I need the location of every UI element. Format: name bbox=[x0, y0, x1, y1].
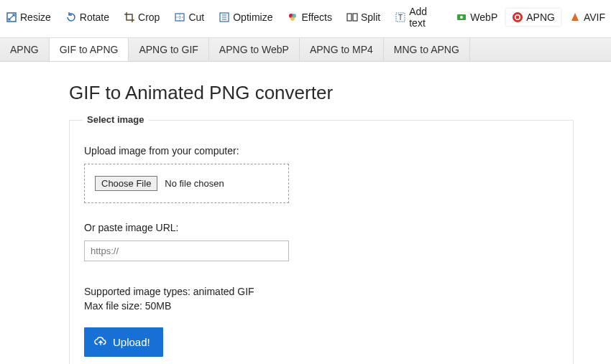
upload-label: Upload image from your computer: bbox=[84, 145, 559, 157]
tool-label: Crop bbox=[138, 11, 160, 23]
rotate-icon bbox=[65, 11, 77, 23]
file-status-text: No file chosen bbox=[165, 178, 224, 189]
sub-nav: APNG GIF to APNG APNG to GIF APNG to Web… bbox=[0, 37, 611, 62]
tool-label: AVIF bbox=[584, 11, 605, 23]
tab-mng-to-apng[interactable]: MNG to APNG bbox=[384, 38, 470, 61]
tool-label: Resize bbox=[20, 11, 51, 23]
select-image-panel: Select image Upload image from your comp… bbox=[69, 120, 574, 364]
tool-add-text[interactable]: T Add text bbox=[389, 3, 447, 32]
crop-icon bbox=[124, 11, 135, 23]
effects-icon bbox=[287, 11, 298, 23]
tab-label: APNG to GIF bbox=[139, 44, 198, 55]
cut-icon bbox=[174, 11, 185, 23]
url-label: Or paste image URL: bbox=[84, 222, 559, 233]
tool-label: Optimize bbox=[233, 11, 272, 23]
tool-label: Cut bbox=[188, 11, 204, 23]
apng-icon bbox=[512, 11, 523, 23]
tool-cut[interactable]: Cut bbox=[168, 9, 210, 26]
webp-icon bbox=[456, 11, 467, 23]
tool-label: Rotate bbox=[80, 11, 109, 23]
tab-label: APNG to WebP bbox=[219, 44, 289, 55]
tool-label: WebP bbox=[470, 11, 497, 23]
tool-split[interactable]: Split bbox=[341, 9, 386, 26]
avif-icon bbox=[569, 11, 581, 23]
tool-effects[interactable]: Effects bbox=[281, 9, 338, 26]
tool-rotate[interactable]: Rotate bbox=[60, 9, 115, 26]
tool-webp[interactable]: WebP bbox=[450, 9, 503, 26]
page-title: GIF to Animated PNG converter bbox=[69, 82, 611, 104]
tool-optimize[interactable]: Optimize bbox=[213, 9, 278, 26]
upload-button-label: Upload! bbox=[113, 336, 150, 348]
page-content: GIF to Animated PNG converter Select ima… bbox=[0, 62, 611, 364]
tool-label: Effects bbox=[301, 11, 332, 23]
svg-rect-6 bbox=[347, 14, 352, 21]
resize-icon bbox=[6, 11, 17, 23]
tab-apng-to-mp4[interactable]: APNG to MP4 bbox=[300, 38, 384, 61]
tool-label: Add text bbox=[409, 6, 441, 29]
tool-avif[interactable]: AVIF bbox=[564, 9, 611, 26]
tab-label: APNG to MP4 bbox=[310, 44, 373, 55]
tab-label: GIF to APNG bbox=[60, 44, 119, 55]
tab-apng-to-gif[interactable]: APNG to GIF bbox=[129, 38, 208, 61]
url-input[interactable] bbox=[84, 241, 289, 261]
optimize-icon bbox=[219, 11, 230, 23]
tab-gif-to-apng[interactable]: GIF to APNG bbox=[50, 38, 129, 61]
svg-text:T: T bbox=[398, 14, 403, 22]
max-size-text: Max file size: 50MB bbox=[84, 300, 559, 312]
file-dropzone[interactable]: Choose File No file chosen bbox=[84, 164, 289, 203]
tab-apng-to-webp[interactable]: APNG to WebP bbox=[209, 38, 300, 61]
top-toolbar: Resize Rotate Crop Cut Optimize Effects bbox=[0, 0, 611, 37]
cloud-upload-icon bbox=[94, 335, 107, 350]
tab-apng[interactable]: APNG bbox=[0, 38, 50, 61]
tab-label: MNG to APNG bbox=[394, 44, 459, 55]
tool-apng[interactable]: APNG bbox=[506, 9, 561, 26]
svg-rect-7 bbox=[353, 14, 357, 21]
svg-point-11 bbox=[460, 16, 463, 19]
tool-crop[interactable]: Crop bbox=[118, 9, 165, 26]
add-text-icon: T bbox=[395, 11, 406, 23]
tool-resize[interactable]: Resize bbox=[0, 9, 57, 26]
supported-types-text: Supported image types: animated GIF bbox=[84, 286, 559, 297]
panel-legend: Select image bbox=[83, 114, 149, 125]
tool-label: APNG bbox=[526, 11, 555, 23]
tool-label: Split bbox=[361, 11, 380, 23]
split-icon bbox=[346, 11, 358, 23]
svg-point-5 bbox=[290, 17, 295, 21]
choose-file-button[interactable]: Choose File bbox=[95, 176, 157, 191]
svg-point-12 bbox=[513, 12, 523, 22]
upload-button[interactable]: Upload! bbox=[84, 327, 163, 357]
tab-label: APNG bbox=[10, 44, 39, 55]
